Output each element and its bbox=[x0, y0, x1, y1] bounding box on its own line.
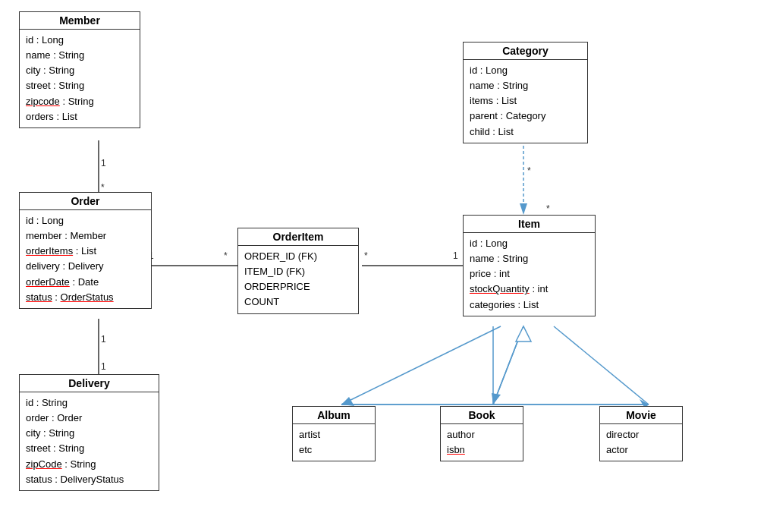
movie-field-actor: actor bbox=[606, 442, 676, 458]
movie-box: Movie director actor bbox=[599, 406, 683, 461]
svg-line-10 bbox=[554, 326, 649, 405]
item-field-price: price : int bbox=[470, 266, 589, 282]
label-1-order-delivery-a: 1 bbox=[101, 334, 106, 345]
diagram-container: 1 * 1 * * 1 * * 1 1 Member id : Long nam… bbox=[0, 0, 767, 532]
label-star-category-self2: * bbox=[546, 203, 550, 214]
orderitem-field-count: COUNT bbox=[244, 294, 352, 310]
member-field-zipcode: zipcode : String bbox=[26, 94, 134, 109]
label-1-member-order: 1 bbox=[101, 158, 106, 168]
label-star-member-order: * bbox=[101, 182, 105, 193]
album-body: artist etc bbox=[293, 424, 375, 461]
orderitem-field-itemid: ITEM_ID (FK) bbox=[244, 264, 352, 279]
item-field-categories: categories : List bbox=[470, 297, 589, 313]
category-box: Category id : Long name : String items :… bbox=[463, 42, 588, 143]
book-title: Book bbox=[441, 407, 523, 424]
delivery-box: Delivery id : String order : Order city … bbox=[19, 374, 159, 491]
movie-field-director: director bbox=[606, 427, 676, 442]
order-field-delivery: delivery : Delivery bbox=[26, 259, 145, 274]
member-body: id : Long name : String city : String st… bbox=[20, 30, 140, 127]
delivery-field-street: street : String bbox=[26, 441, 152, 456]
item-field-stockquantity: stockQuantity : int bbox=[470, 282, 589, 297]
book-field-author: author bbox=[447, 427, 517, 442]
book-field-isbn: isbn bbox=[447, 442, 517, 458]
member-title: Member bbox=[20, 12, 140, 30]
svg-marker-5 bbox=[520, 203, 527, 215]
order-field-id: id : Long bbox=[26, 213, 145, 228]
movie-title: Movie bbox=[600, 407, 682, 424]
member-field-name: name : String bbox=[26, 48, 134, 63]
svg-marker-7 bbox=[341, 397, 354, 406]
label-star-order-orderitem: * bbox=[224, 250, 228, 261]
orderitem-field-orderprice: ORDERPRICE bbox=[244, 279, 352, 294]
svg-marker-9 bbox=[492, 393, 501, 405]
item-body: id : Long name : String price : int stoc… bbox=[464, 233, 595, 316]
member-box: Member id : Long name : String city : St… bbox=[19, 11, 140, 128]
category-field-id: id : Long bbox=[470, 63, 581, 78]
orderitem-field-orderid: ORDER_ID (FK) bbox=[244, 249, 352, 264]
delivery-field-status: status : DeliveryStatus bbox=[26, 472, 152, 487]
delivery-title: Delivery bbox=[20, 375, 159, 392]
order-body: id : Long member : Member orderItems : L… bbox=[20, 210, 151, 308]
delivery-field-city: city : String bbox=[26, 426, 152, 441]
book-body: author isbn bbox=[441, 424, 523, 461]
item-box: Item id : Long name : String price : int… bbox=[463, 215, 596, 316]
svg-line-6 bbox=[341, 326, 501, 405]
album-box: Album artist etc bbox=[292, 406, 376, 461]
order-field-member: member : Member bbox=[26, 228, 145, 244]
orderitem-title: OrderItem bbox=[238, 228, 358, 246]
order-field-status: status : OrderStatus bbox=[26, 290, 145, 305]
orderitem-body: ORDER_ID (FK) ITEM_ID (FK) ORDERPRICE CO… bbox=[238, 246, 358, 313]
label-1-orderitem-item: 1 bbox=[453, 250, 458, 261]
member-field-id: id : Long bbox=[26, 33, 134, 48]
category-field-child: child : List bbox=[470, 124, 581, 140]
item-field-id: id : Long bbox=[470, 236, 589, 251]
item-field-name: name : String bbox=[470, 251, 589, 266]
category-field-parent: parent : Category bbox=[470, 109, 581, 124]
book-box: Book author isbn bbox=[440, 406, 523, 461]
svg-line-17 bbox=[493, 326, 523, 405]
category-body: id : Long name : String items : List par… bbox=[464, 60, 587, 143]
delivery-field-zipcode: zipCode : String bbox=[26, 457, 152, 472]
category-field-items: items : List bbox=[470, 93, 581, 109]
svg-marker-18 bbox=[516, 326, 531, 342]
delivery-field-id: id : String bbox=[26, 395, 152, 411]
album-title: Album bbox=[293, 407, 375, 424]
label-star-category-self1: * bbox=[527, 165, 531, 176]
category-title: Category bbox=[464, 42, 587, 60]
delivery-field-order: order : Order bbox=[26, 411, 152, 426]
member-field-orders: orders : List bbox=[26, 109, 134, 124]
order-title: Order bbox=[20, 193, 151, 210]
orderitem-box: OrderItem ORDER_ID (FK) ITEM_ID (FK) ORD… bbox=[237, 228, 359, 314]
item-title: Item bbox=[464, 216, 595, 233]
label-star-orderitem-item: * bbox=[364, 250, 368, 261]
album-field-etc: etc bbox=[299, 442, 369, 458]
order-box: Order id : Long member : Member orderIte… bbox=[19, 192, 152, 309]
album-field-artist: artist bbox=[299, 427, 369, 442]
member-field-city: city : String bbox=[26, 63, 134, 78]
movie-body: director actor bbox=[600, 424, 682, 461]
category-field-name: name : String bbox=[470, 78, 581, 93]
delivery-body: id : String order : Order city : String … bbox=[20, 392, 159, 490]
order-field-orderitems: orderItems : List bbox=[26, 244, 145, 259]
label-1-order-delivery-b: 1 bbox=[101, 361, 106, 372]
order-field-orderdate: orderDate : Date bbox=[26, 275, 145, 290]
member-field-street: street : String bbox=[26, 78, 134, 93]
svg-line-8 bbox=[493, 326, 523, 405]
